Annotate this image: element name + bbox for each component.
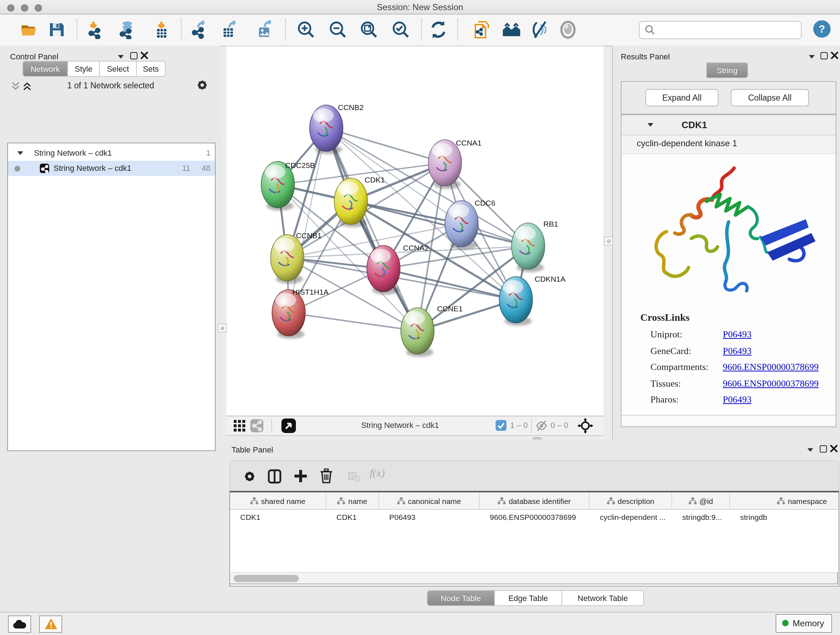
table-panel-collapse-button[interactable] xyxy=(807,448,813,452)
detach-view-icon[interactable] xyxy=(281,418,296,433)
tab-style[interactable]: Style xyxy=(68,61,100,77)
network-tree-child-row[interactable]: String Network – cdk1 11 48 xyxy=(8,161,215,176)
cloud-status-button[interactable] xyxy=(8,616,31,633)
share-view-icon[interactable] xyxy=(250,419,264,432)
graph-node-CCNB1[interactable] xyxy=(271,234,304,284)
zoom-fit-icon[interactable] xyxy=(360,20,378,39)
show-hide-details-icon[interactable] xyxy=(531,20,550,39)
function-builder-button[interactable]: f(x) xyxy=(370,467,385,479)
results-panel-collapse-button[interactable] xyxy=(809,55,815,59)
network-options-gear-icon[interactable] xyxy=(196,79,208,91)
protein-structure-image xyxy=(624,156,834,305)
network-canvas[interactable]: CCNB2CCNA1CDC25BCDK1CDC6RB1CCNB1CCNA2CDK… xyxy=(226,46,603,416)
left-splitter-handle[interactable] xyxy=(218,324,226,333)
zoom-out-icon[interactable] xyxy=(328,20,347,39)
delete-table-icon[interactable] xyxy=(347,471,361,482)
home-icon[interactable] xyxy=(502,20,521,39)
toolbar-separator xyxy=(457,19,458,41)
graph-edge-HIST1H1A-CCNE1[interactable] xyxy=(289,313,417,331)
export-web-page-icon[interactable] xyxy=(472,20,491,39)
table-hscrollbar-thumb[interactable] xyxy=(234,575,299,582)
import-network-file-icon[interactable] xyxy=(85,20,103,39)
graph-node-CDKN1A[interactable] xyxy=(499,277,532,326)
birds-eye-view-icon[interactable] xyxy=(559,20,577,39)
control-panel-close-button[interactable] xyxy=(141,51,148,59)
import-network-database-icon[interactable] xyxy=(117,20,135,39)
tab-string[interactable]: String xyxy=(706,62,748,78)
control-panel-collapse-button[interactable] xyxy=(118,55,124,59)
zoom-in-icon[interactable] xyxy=(297,20,316,39)
graph-edge-CCNB2-HIST1H1A[interactable] xyxy=(289,128,326,313)
delete-column-icon[interactable] xyxy=(320,469,333,484)
show-columns-icon[interactable] xyxy=(268,469,281,484)
birds-eye-toggle-icon[interactable] xyxy=(577,418,593,434)
hidden-eye-icon[interactable] xyxy=(535,420,548,432)
crosslink-link[interactable]: P06493 xyxy=(723,394,752,405)
export-image-icon[interactable] xyxy=(255,20,273,39)
graph-node-CDC6[interactable] xyxy=(445,201,478,250)
graph-node-HIST1H1A[interactable] xyxy=(272,290,305,339)
graph-edge-CCNB2-CCNE1[interactable] xyxy=(326,128,417,331)
warning-status-button[interactable] xyxy=(39,616,62,633)
crosslink-link[interactable]: 9606.ENSP00000378699 xyxy=(723,361,819,372)
refresh-view-icon[interactable] xyxy=(429,20,448,39)
graph-node-CCNB2[interactable] xyxy=(309,105,343,154)
memory-label: Memory xyxy=(793,618,824,629)
column-header-canonical-name[interactable]: canonical name xyxy=(379,492,480,509)
column-header-@id[interactable]: @id xyxy=(672,492,730,509)
export-table-icon[interactable] xyxy=(219,20,238,39)
crosslink-link[interactable]: P06493 xyxy=(723,329,752,340)
memory-button[interactable]: Memory xyxy=(775,614,832,633)
tab-node-table[interactable]: Node Table xyxy=(427,590,495,606)
column-header-database-identifier[interactable]: database identifier xyxy=(480,492,590,509)
warning-icon xyxy=(44,618,57,630)
table-options-gear-icon[interactable] xyxy=(243,470,256,483)
column-header-namespace[interactable]: namespace xyxy=(730,492,839,509)
main-toolbar: ? xyxy=(0,14,840,46)
import-table-file-icon[interactable] xyxy=(152,20,171,39)
column-header-name[interactable]: name xyxy=(326,492,379,509)
results-scrollbar-track[interactable] xyxy=(622,415,836,426)
graph-node-CDK1[interactable] xyxy=(334,178,368,227)
results-panel-float-button[interactable] xyxy=(821,52,828,59)
column-header-description[interactable]: description xyxy=(590,492,672,509)
graph-node-CCNE1[interactable] xyxy=(401,308,434,357)
control-panel-float-button[interactable] xyxy=(130,52,137,59)
zoom-selected-icon[interactable] xyxy=(392,20,410,39)
help-button[interactable]: ? xyxy=(813,20,831,38)
results-entry-box: CDK1 cyclin-dependent kinase 1 xyxy=(621,114,836,427)
tab-select[interactable]: Select xyxy=(100,61,137,77)
crosslink-link[interactable]: P06493 xyxy=(723,345,752,356)
results-panel-close-button[interactable] xyxy=(831,51,838,59)
gene-collapse-icon[interactable] xyxy=(647,123,653,127)
save-session-icon[interactable] xyxy=(47,20,66,39)
table-panel-close-button[interactable] xyxy=(830,445,838,453)
table-hscrollbar[interactable] xyxy=(229,572,838,584)
export-network-icon[interactable] xyxy=(189,20,208,39)
graph-edge-CCNB2-CCNA1[interactable] xyxy=(326,128,445,163)
search-input[interactable] xyxy=(639,21,802,39)
gene-header-row[interactable]: CDK1 xyxy=(622,115,836,135)
search-icon xyxy=(645,25,655,35)
tab-sets[interactable]: Sets xyxy=(137,61,166,77)
create-column-icon[interactable] xyxy=(294,469,308,483)
column-header-shared-name[interactable]: shared name xyxy=(230,492,326,509)
control-panel-title: Control Panel xyxy=(10,52,58,61)
crosslink-link[interactable]: 9606.ENSP00000378699 xyxy=(723,378,819,388)
tab-network-table[interactable]: Network Table xyxy=(562,590,644,606)
graph-node-RB1[interactable] xyxy=(512,223,545,272)
table-panel-float-button[interactable] xyxy=(820,445,827,453)
table-row[interactable]: CDK1CDK1P064939606.ENSP00000378699cyclin… xyxy=(230,510,838,525)
tree-collapse-icon[interactable] xyxy=(17,151,23,155)
grid-view-icon[interactable] xyxy=(234,420,246,432)
expand-all-button[interactable]: Expand All xyxy=(645,89,718,106)
network-tree-root-row[interactable]: String Network – cdk1 1 xyxy=(8,146,215,161)
collapse-all-button[interactable]: Collapse All xyxy=(731,89,809,106)
open-session-icon[interactable] xyxy=(19,20,38,39)
right-splitter-handle[interactable] xyxy=(604,237,613,245)
graph-edge-CCNA2-CDKN1A[interactable] xyxy=(384,269,516,300)
tab-network[interactable]: Network xyxy=(22,61,68,77)
selected-nodes-checkbox[interactable] xyxy=(496,420,507,431)
graph-node-CCNA2[interactable] xyxy=(367,245,400,295)
tab-edge-table[interactable]: Edge Table xyxy=(495,590,562,606)
